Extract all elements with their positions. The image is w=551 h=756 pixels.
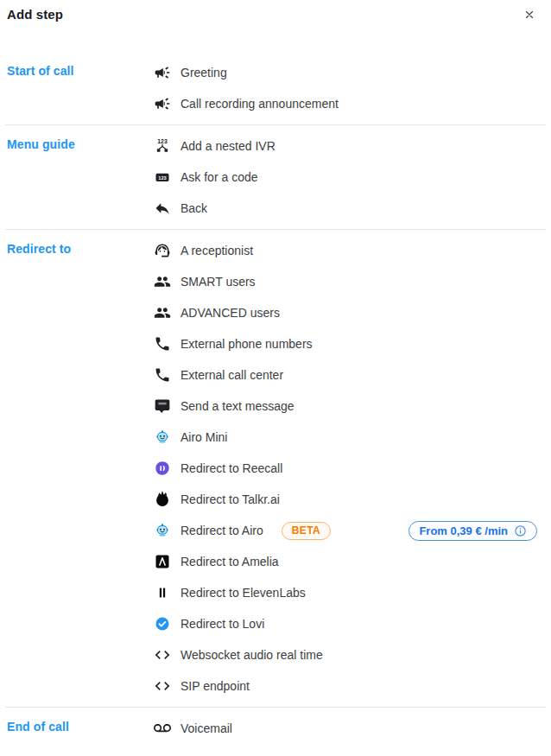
amelia-logo-icon	[154, 553, 171, 570]
close-button[interactable]	[520, 7, 539, 26]
section-menu-guide: Menu guide 123 Add a nested IVR	[0, 125, 551, 229]
info-icon[interactable]	[514, 524, 527, 537]
menu-item-label: Airo Mini	[180, 430, 227, 444]
svg-text:123: 123	[158, 175, 166, 181]
menu-item-label: Redirect to Lovi	[180, 617, 264, 631]
code-brackets-icon	[154, 646, 171, 664]
menu-item-back[interactable]: Back	[154, 193, 551, 224]
menu-item-airo-mini[interactable]: Airo Mini	[154, 422, 551, 453]
step-sections: Start of call Greeting Call recording an…	[0, 29, 551, 749]
menu-item-redirect-to-airo[interactable]: Redirect to Airo BETA From 0,39 € /min	[154, 515, 551, 546]
menu-item-redirect-to-talkr[interactable]: Redirect to Talkr.ai	[154, 484, 551, 515]
phone-icon	[154, 366, 171, 384]
airo-robot-icon	[154, 429, 171, 446]
menu-item-label: Voicemail	[180, 721, 232, 735]
beta-badge: BETA	[282, 522, 331, 540]
code-123-icon: 123	[154, 168, 171, 186]
menu-item-label: Websocket audio real time	[180, 648, 323, 662]
users-group-icon	[154, 273, 171, 290]
menu-item-label: Redirect to Amelia	[180, 555, 279, 569]
price-label: From 0,39 € /min	[419, 524, 508, 537]
section-title-end-of-call: End of call	[0, 713, 154, 744]
menu-item-external-phone-numbers[interactable]: External phone numbers	[154, 328, 551, 359]
reecall-logo-icon	[154, 460, 171, 477]
back-arrow-icon	[154, 200, 171, 217]
section-title-start-of-call: Start of call	[0, 57, 154, 119]
menu-item-call-recording-announcement[interactable]: Call recording announcement	[154, 88, 551, 119]
campaign-icon	[154, 64, 171, 81]
menu-item-voicemail[interactable]: Voicemail	[154, 713, 551, 744]
text-message-icon	[154, 397, 171, 415]
menu-item-ask-for-code[interactable]: 123 Ask for a code	[154, 162, 551, 193]
menu-item-redirect-to-lovi[interactable]: Redirect to Lovi	[154, 608, 551, 639]
add-step-dialog: Add step Start of call Greeting	[0, 0, 551, 756]
menu-item-label: SMART users	[180, 275, 256, 289]
menu-item-label: Redirect to Airo	[180, 524, 263, 537]
menu-item-label: Redirect to ElevenLabs	[180, 586, 306, 600]
section-title-redirect-to: Redirect to	[0, 235, 154, 702]
menu-item-label: Greeting	[180, 66, 227, 79]
elevenlabs-logo-icon	[154, 584, 171, 601]
section-start-of-call: Start of call Greeting Call recording an…	[0, 52, 551, 124]
menu-item-label: Redirect to Talkr.ai	[180, 492, 280, 506]
menu-item-websocket-audio[interactable]: Websocket audio real time	[154, 639, 551, 670]
section-redirect-to: Redirect to A receptionist	[0, 230, 551, 707]
menu-item-label: External phone numbers	[180, 337, 313, 351]
menu-item-label: Send a text message	[180, 399, 294, 413]
talkr-logo-icon	[154, 491, 171, 508]
menu-item-sip-endpoint[interactable]: SIP endpoint	[154, 670, 551, 702]
menu-item-send-text-message[interactable]: Send a text message	[154, 391, 551, 422]
menu-item-external-call-center[interactable]: External call center	[154, 359, 551, 391]
dialog-title: Add step	[7, 7, 63, 22]
menu-item-label: Back	[180, 201, 207, 215]
receptionist-headset-icon	[154, 242, 171, 259]
menu-item-greeting[interactable]: Greeting	[154, 57, 551, 88]
menu-item-label: Add a nested IVR	[180, 139, 276, 153]
lovi-logo-icon	[154, 615, 171, 632]
section-end-of-call: End of call Voicemail	[0, 708, 551, 749]
svg-text:123: 123	[157, 138, 168, 144]
menu-item-label: Redirect to Reecall	[180, 461, 282, 475]
menu-item-a-receptionist[interactable]: A receptionist	[154, 235, 551, 266]
menu-item-label: SIP endpoint	[180, 679, 250, 693]
airo-robot-icon	[154, 522, 171, 539]
menu-item-add-nested-ivr[interactable]: 123 Add a nested IVR	[154, 130, 551, 162]
price-pill[interactable]: From 0,39 € /min	[408, 521, 537, 541]
close-icon	[523, 9, 535, 24]
menu-item-label: A receptionist	[180, 244, 253, 257]
menu-item-redirect-to-amelia[interactable]: Redirect to Amelia	[154, 546, 551, 577]
users-group-icon	[154, 304, 171, 321]
dialog-header: Add step	[0, 0, 551, 29]
menu-item-label: Ask for a code	[180, 170, 258, 184]
voicemail-icon	[154, 720, 171, 737]
campaign-icon	[154, 95, 171, 112]
phone-icon	[154, 335, 171, 353]
menu-item-label: Call recording announcement	[180, 97, 339, 111]
menu-item-label: External call center	[180, 368, 283, 382]
menu-item-label: ADVANCED users	[180, 306, 280, 320]
menu-item-redirect-to-elevenlabs[interactable]: Redirect to ElevenLabs	[154, 577, 551, 608]
menu-item-advanced-users[interactable]: ADVANCED users	[154, 297, 551, 328]
code-brackets-icon	[154, 677, 171, 695]
menu-item-smart-users[interactable]: SMART users	[154, 266, 551, 297]
nested-ivr-icon: 123	[154, 137, 171, 155]
menu-item-redirect-to-reecall[interactable]: Redirect to Reecall	[154, 453, 551, 484]
section-title-menu-guide: Menu guide	[0, 130, 154, 224]
